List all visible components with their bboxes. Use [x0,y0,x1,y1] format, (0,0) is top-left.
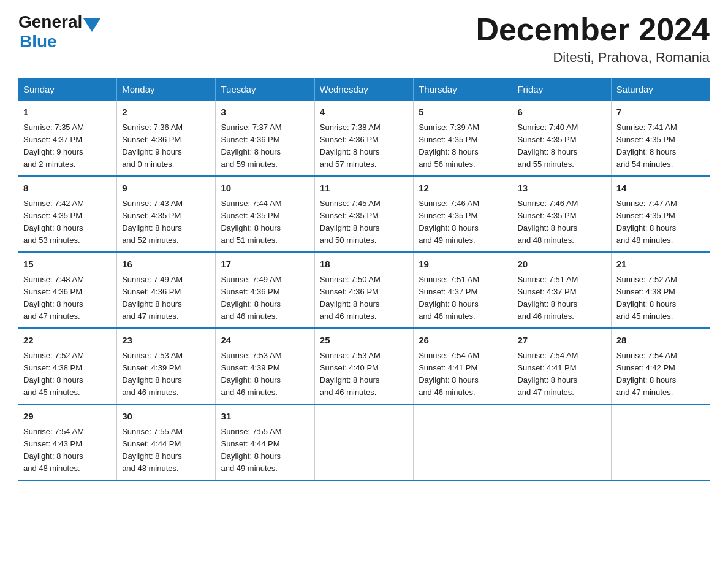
day-number: 21 [616,258,705,272]
calendar-cell: 15Sunrise: 7:48 AMSunset: 4:36 PMDayligh… [18,252,117,328]
day-info: Sunrise: 7:36 AMSunset: 4:36 PMDaylight:… [122,121,210,171]
title-block: December 2024 Ditesti, Prahova, Romania [476,12,710,66]
calendar-cell: 24Sunrise: 7:53 AMSunset: 4:39 PMDayligh… [216,328,314,404]
calendar-subtitle: Ditesti, Prahova, Romania [476,50,710,66]
day-number: 27 [517,334,605,348]
week-row-4: 22Sunrise: 7:52 AMSunset: 4:38 PMDayligh… [18,328,710,404]
calendar-cell: 6Sunrise: 7:40 AMSunset: 4:35 PMDaylight… [512,101,611,176]
day-info: Sunrise: 7:46 AMSunset: 4:35 PMDaylight:… [517,197,605,247]
day-number: 8 [23,182,112,196]
calendar-cell [314,404,413,480]
calendar-cell: 3Sunrise: 7:37 AMSunset: 4:36 PMDaylight… [216,101,314,176]
calendar-cell: 22Sunrise: 7:52 AMSunset: 4:38 PMDayligh… [18,328,117,404]
day-info: Sunrise: 7:49 AMSunset: 4:36 PMDaylight:… [221,274,309,323]
day-info: Sunrise: 7:38 AMSunset: 4:36 PMDaylight:… [320,121,408,171]
calendar-cell: 7Sunrise: 7:41 AMSunset: 4:35 PMDaylight… [611,101,710,176]
day-info: Sunrise: 7:54 AMSunset: 4:43 PMDaylight:… [23,426,112,475]
calendar-cell: 19Sunrise: 7:51 AMSunset: 4:37 PMDayligh… [414,252,512,328]
calendar-cell: 13Sunrise: 7:46 AMSunset: 4:35 PMDayligh… [512,176,611,252]
weekday-header-thursday: Thursday [414,78,512,101]
calendar-cell: 25Sunrise: 7:53 AMSunset: 4:40 PMDayligh… [314,328,413,404]
weekday-header-row: SundayMondayTuesdayWednesdayThursdayFrid… [18,78,710,101]
day-number: 14 [616,182,705,196]
page-header: General Blue December 2024 Ditesti, Prah… [18,12,710,66]
day-info: Sunrise: 7:55 AMSunset: 4:44 PMDaylight:… [122,426,210,475]
calendar-cell: 31Sunrise: 7:55 AMSunset: 4:44 PMDayligh… [216,404,314,480]
day-info: Sunrise: 7:51 AMSunset: 4:37 PMDaylight:… [517,274,605,323]
calendar-cell: 12Sunrise: 7:46 AMSunset: 4:35 PMDayligh… [414,176,512,252]
calendar-cell: 28Sunrise: 7:54 AMSunset: 4:42 PMDayligh… [611,328,710,404]
calendar-cell: 20Sunrise: 7:51 AMSunset: 4:37 PMDayligh… [512,252,611,328]
calendar-cell: 18Sunrise: 7:50 AMSunset: 4:36 PMDayligh… [314,252,413,328]
day-number: 26 [419,334,507,348]
calendar-cell: 5Sunrise: 7:39 AMSunset: 4:35 PMDaylight… [414,101,512,176]
day-number: 1 [23,105,112,120]
weekday-header-wednesday: Wednesday [314,78,413,101]
day-number: 6 [517,105,605,120]
day-number: 18 [320,258,408,272]
day-number: 13 [517,182,605,196]
day-number: 12 [419,182,507,196]
calendar-cell: 14Sunrise: 7:47 AMSunset: 4:35 PMDayligh… [611,176,710,252]
day-number: 23 [122,334,210,348]
week-row-3: 15Sunrise: 7:48 AMSunset: 4:36 PMDayligh… [18,252,710,328]
calendar-cell [611,404,710,480]
day-number: 20 [517,258,605,272]
day-info: Sunrise: 7:46 AMSunset: 4:35 PMDaylight:… [419,197,507,247]
day-info: Sunrise: 7:39 AMSunset: 4:35 PMDaylight:… [419,121,507,171]
day-info: Sunrise: 7:52 AMSunset: 4:38 PMDaylight:… [616,274,705,323]
day-number: 29 [23,410,112,424]
logo-blue-text: Blue [20,32,100,52]
calendar-cell: 26Sunrise: 7:54 AMSunset: 4:41 PMDayligh… [414,328,512,404]
week-row-5: 29Sunrise: 7:54 AMSunset: 4:43 PMDayligh… [18,404,710,480]
weekday-header-saturday: Saturday [611,78,710,101]
logo-triangle-icon [83,18,100,32]
day-number: 28 [616,334,705,348]
calendar-cell: 1Sunrise: 7:35 AMSunset: 4:37 PMDaylight… [18,101,117,176]
day-number: 30 [122,410,210,424]
day-number: 25 [320,334,408,348]
calendar-cell: 30Sunrise: 7:55 AMSunset: 4:44 PMDayligh… [117,404,216,480]
day-info: Sunrise: 7:55 AMSunset: 4:44 PMDaylight:… [221,426,309,475]
day-info: Sunrise: 7:44 AMSunset: 4:35 PMDaylight:… [221,197,309,247]
day-number: 9 [122,182,210,196]
calendar-cell: 17Sunrise: 7:49 AMSunset: 4:36 PMDayligh… [216,252,314,328]
day-info: Sunrise: 7:54 AMSunset: 4:41 PMDaylight:… [419,350,507,399]
calendar-cell: 29Sunrise: 7:54 AMSunset: 4:43 PMDayligh… [18,404,117,480]
day-number: 4 [320,105,408,120]
day-info: Sunrise: 7:53 AMSunset: 4:39 PMDaylight:… [122,350,210,399]
calendar-cell: 16Sunrise: 7:49 AMSunset: 4:36 PMDayligh… [117,252,216,328]
weekday-header-friday: Friday [512,78,611,101]
day-info: Sunrise: 7:37 AMSunset: 4:36 PMDaylight:… [221,121,309,171]
calendar-cell: 9Sunrise: 7:43 AMSunset: 4:35 PMDaylight… [117,176,216,252]
day-info: Sunrise: 7:51 AMSunset: 4:37 PMDaylight:… [419,274,507,323]
day-number: 17 [221,258,309,272]
day-info: Sunrise: 7:54 AMSunset: 4:42 PMDaylight:… [616,350,705,399]
calendar-table: SundayMondayTuesdayWednesdayThursdayFrid… [18,78,710,481]
day-number: 11 [320,182,408,196]
day-number: 3 [221,105,309,120]
calendar-cell: 8Sunrise: 7:42 AMSunset: 4:35 PMDaylight… [18,176,117,252]
day-number: 2 [122,105,210,120]
day-info: Sunrise: 7:43 AMSunset: 4:35 PMDaylight:… [122,197,210,247]
day-info: Sunrise: 7:40 AMSunset: 4:35 PMDaylight:… [517,121,605,171]
day-info: Sunrise: 7:45 AMSunset: 4:35 PMDaylight:… [320,197,408,247]
day-number: 24 [221,334,309,348]
day-info: Sunrise: 7:53 AMSunset: 4:39 PMDaylight:… [221,350,309,399]
calendar-cell: 23Sunrise: 7:53 AMSunset: 4:39 PMDayligh… [117,328,216,404]
calendar-cell: 21Sunrise: 7:52 AMSunset: 4:38 PMDayligh… [611,252,710,328]
calendar-cell: 11Sunrise: 7:45 AMSunset: 4:35 PMDayligh… [314,176,413,252]
day-number: 10 [221,182,309,196]
day-number: 16 [122,258,210,272]
day-number: 5 [419,105,507,120]
day-number: 31 [221,410,309,424]
day-info: Sunrise: 7:42 AMSunset: 4:35 PMDaylight:… [23,197,112,247]
calendar-title: December 2024 [476,12,710,47]
weekday-header-sunday: Sunday [18,78,117,101]
day-number: 22 [23,334,112,348]
weekday-header-tuesday: Tuesday [216,78,314,101]
calendar-cell [512,404,611,480]
day-info: Sunrise: 7:53 AMSunset: 4:40 PMDaylight:… [320,350,408,399]
calendar-cell: 2Sunrise: 7:36 AMSunset: 4:36 PMDaylight… [117,101,216,176]
day-info: Sunrise: 7:49 AMSunset: 4:36 PMDaylight:… [122,274,210,323]
